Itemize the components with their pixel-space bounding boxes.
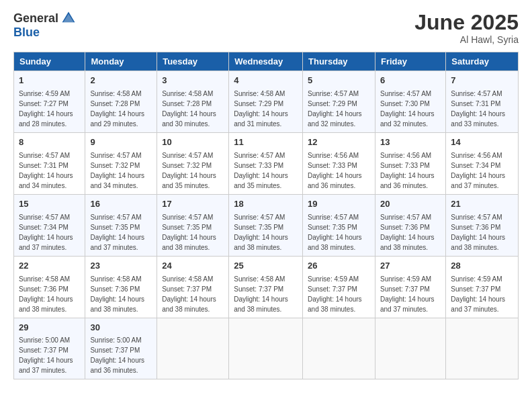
calendar-cell: 28Sunrise: 4:59 AMSunset: 7:37 PMDayligh… [446, 256, 519, 318]
calendar-cell: 12Sunrise: 4:56 AMSunset: 7:33 PMDayligh… [303, 133, 375, 195]
calendar-week-row: 22Sunrise: 4:58 AMSunset: 7:36 PMDayligh… [14, 256, 519, 318]
logo-blue-text: Blue [13, 26, 40, 40]
day-info: Sunrise: 4:57 AMSunset: 7:33 PMDaylight:… [234, 150, 298, 191]
calendar-cell: 6Sunrise: 4:57 AMSunset: 7:30 PMDaylight… [375, 71, 445, 133]
day-info: Sunrise: 4:56 AMSunset: 7:33 PMDaylight:… [308, 150, 370, 191]
calendar-cell: 5Sunrise: 4:57 AMSunset: 7:29 PMDaylight… [303, 71, 375, 133]
calendar-cell: 15Sunrise: 4:57 AMSunset: 7:34 PMDayligh… [14, 194, 85, 256]
calendar-cell: 20Sunrise: 4:57 AMSunset: 7:36 PMDayligh… [375, 194, 445, 256]
day-info: Sunrise: 4:58 AMSunset: 7:36 PMDaylight:… [90, 274, 152, 314]
day-info: Sunrise: 4:56 AMSunset: 7:33 PMDaylight:… [380, 150, 441, 191]
day-number: 1 [19, 75, 80, 87]
calendar-cell [229, 318, 303, 379]
day-number: 11 [234, 136, 298, 149]
calendar-cell: 16Sunrise: 4:57 AMSunset: 7:35 PMDayligh… [85, 194, 157, 256]
day-number: 18 [234, 198, 298, 211]
day-info: Sunrise: 4:57 AMSunset: 7:30 PMDaylight:… [380, 89, 441, 129]
day-info: Sunrise: 4:57 AMSunset: 7:29 PMDaylight:… [308, 89, 370, 129]
day-number: 3 [162, 75, 224, 87]
title-block: June 2025 Al Hawl, Syria [414, 11, 519, 45]
calendar-cell: 29Sunrise: 5:00 AMSunset: 7:37 PMDayligh… [14, 318, 85, 379]
day-number: 12 [308, 136, 370, 149]
col-friday: Friday [375, 52, 445, 71]
day-info: Sunrise: 4:58 AMSunset: 7:37 PMDaylight:… [162, 274, 224, 314]
calendar-week-row: 1Sunrise: 4:59 AMSunset: 7:27 PMDaylight… [14, 71, 519, 133]
day-info: Sunrise: 4:57 AMSunset: 7:35 PMDaylight:… [308, 212, 370, 253]
day-number: 6 [380, 75, 441, 87]
calendar-cell: 18Sunrise: 4:57 AMSunset: 7:35 PMDayligh… [229, 194, 303, 256]
col-monday: Monday [85, 52, 157, 71]
calendar-cell: 17Sunrise: 4:57 AMSunset: 7:35 PMDayligh… [157, 194, 229, 256]
day-info: Sunrise: 4:58 AMSunset: 7:29 PMDaylight:… [234, 89, 298, 129]
day-number: 28 [451, 260, 513, 273]
calendar-cell: 9Sunrise: 4:57 AMSunset: 7:32 PMDaylight… [85, 133, 157, 195]
day-number: 22 [19, 260, 80, 273]
day-info: Sunrise: 4:59 AMSunset: 7:27 PMDaylight:… [19, 89, 80, 129]
calendar-cell [157, 318, 229, 379]
calendar-week-row: 8Sunrise: 4:57 AMSunset: 7:31 PMDaylight… [14, 133, 519, 195]
col-sunday: Sunday [14, 52, 85, 71]
day-number: 16 [90, 198, 152, 211]
day-info: Sunrise: 4:57 AMSunset: 7:35 PMDaylight:… [234, 212, 298, 253]
calendar-cell: 1Sunrise: 4:59 AMSunset: 7:27 PMDaylight… [14, 71, 85, 133]
logo: General Blue [13, 11, 76, 40]
logo-general-text: General [13, 11, 58, 26]
day-info: Sunrise: 5:00 AMSunset: 7:37 PMDaylight:… [19, 335, 80, 375]
calendar-cell: 7Sunrise: 4:57 AMSunset: 7:31 PMDaylight… [446, 71, 519, 133]
day-number: 13 [380, 136, 441, 149]
col-tuesday: Tuesday [157, 52, 229, 71]
day-number: 27 [380, 260, 441, 273]
day-info: Sunrise: 4:57 AMSunset: 7:32 PMDaylight:… [90, 150, 152, 191]
day-number: 10 [162, 136, 224, 149]
day-info: Sunrise: 4:57 AMSunset: 7:35 PMDaylight:… [162, 212, 224, 253]
calendar-week-row: 29Sunrise: 5:00 AMSunset: 7:37 PMDayligh… [14, 318, 519, 379]
day-number: 24 [162, 260, 224, 273]
calendar-cell: 23Sunrise: 4:58 AMSunset: 7:36 PMDayligh… [85, 256, 157, 318]
page: General Blue June 2025 Al Hawl, Syria Su… [0, 0, 532, 411]
day-info: Sunrise: 4:57 AMSunset: 7:35 PMDaylight:… [90, 212, 152, 253]
day-info: Sunrise: 4:59 AMSunset: 7:37 PMDaylight:… [380, 274, 441, 314]
day-info: Sunrise: 4:59 AMSunset: 7:37 PMDaylight:… [451, 274, 513, 314]
day-number: 20 [380, 198, 441, 211]
day-number: 5 [308, 75, 370, 87]
logo-icon [61, 11, 76, 26]
day-number: 21 [451, 198, 513, 211]
calendar-cell [303, 318, 375, 379]
day-info: Sunrise: 4:58 AMSunset: 7:37 PMDaylight:… [234, 274, 298, 314]
day-info: Sunrise: 4:57 AMSunset: 7:36 PMDaylight:… [451, 212, 513, 253]
calendar-cell: 4Sunrise: 4:58 AMSunset: 7:29 PMDaylight… [229, 71, 303, 133]
day-number: 2 [90, 75, 152, 87]
day-number: 15 [19, 198, 80, 211]
day-info: Sunrise: 4:57 AMSunset: 7:36 PMDaylight:… [380, 212, 441, 253]
day-info: Sunrise: 4:58 AMSunset: 7:28 PMDaylight:… [162, 89, 224, 129]
day-info: Sunrise: 5:00 AMSunset: 7:37 PMDaylight:… [90, 335, 152, 375]
day-info: Sunrise: 4:57 AMSunset: 7:31 PMDaylight:… [19, 150, 80, 191]
day-info: Sunrise: 4:57 AMSunset: 7:34 PMDaylight:… [19, 212, 80, 253]
calendar-cell: 13Sunrise: 4:56 AMSunset: 7:33 PMDayligh… [375, 133, 445, 195]
calendar-cell: 14Sunrise: 4:56 AMSunset: 7:34 PMDayligh… [446, 133, 519, 195]
calendar-cell: 21Sunrise: 4:57 AMSunset: 7:36 PMDayligh… [446, 194, 519, 256]
calendar-week-row: 15Sunrise: 4:57 AMSunset: 7:34 PMDayligh… [14, 194, 519, 256]
day-number: 19 [308, 198, 370, 211]
day-number: 23 [90, 260, 152, 273]
location: Al Hawl, Syria [414, 34, 519, 45]
month-title: June 2025 [414, 11, 519, 34]
calendar-cell: 24Sunrise: 4:58 AMSunset: 7:37 PMDayligh… [157, 256, 229, 318]
calendar-cell [375, 318, 445, 379]
col-thursday: Thursday [303, 52, 375, 71]
day-number: 8 [19, 136, 80, 149]
day-info: Sunrise: 4:56 AMSunset: 7:34 PMDaylight:… [451, 150, 513, 191]
day-number: 30 [90, 322, 152, 334]
day-number: 4 [234, 75, 298, 87]
calendar-table: Sunday Monday Tuesday Wednesday Thursday… [13, 52, 519, 379]
day-number: 29 [19, 322, 80, 334]
calendar-cell: 8Sunrise: 4:57 AMSunset: 7:31 PMDaylight… [14, 133, 85, 195]
day-number: 9 [90, 136, 152, 149]
day-number: 26 [308, 260, 370, 273]
calendar-cell: 26Sunrise: 4:59 AMSunset: 7:37 PMDayligh… [303, 256, 375, 318]
calendar-cell: 25Sunrise: 4:58 AMSunset: 7:37 PMDayligh… [229, 256, 303, 318]
day-info: Sunrise: 4:57 AMSunset: 7:31 PMDaylight:… [451, 89, 513, 129]
calendar-cell: 10Sunrise: 4:57 AMSunset: 7:32 PMDayligh… [157, 133, 229, 195]
calendar-cell: 30Sunrise: 5:00 AMSunset: 7:37 PMDayligh… [85, 318, 157, 379]
day-info: Sunrise: 4:58 AMSunset: 7:28 PMDaylight:… [90, 89, 152, 129]
